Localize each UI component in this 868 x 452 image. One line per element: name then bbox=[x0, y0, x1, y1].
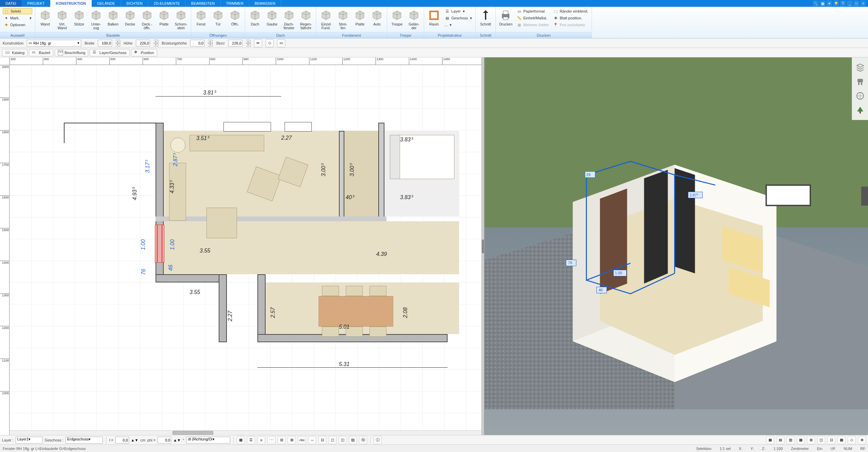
fund-btn-2[interactable]: Platte bbox=[351, 7, 368, 31]
info-icon[interactable]: ⓘ bbox=[374, 436, 382, 444]
bauteil-btn-7[interactable]: Platte bbox=[156, 7, 173, 31]
tree-icon[interactable] bbox=[855, 105, 865, 115]
snap1-icon[interactable]: ▦ bbox=[237, 436, 245, 444]
layer-geschoss-button[interactable]: ☰Layer/Geschoss bbox=[90, 49, 129, 56]
menu-bearbeiten[interactable]: BEARBEITEN bbox=[186, 0, 221, 7]
bauteil-btn-6[interactable]: Deck.- öffn. bbox=[139, 7, 156, 31]
mirror-icon[interactable]: ▭ bbox=[277, 39, 285, 47]
dim-icon[interactable]: ↔ bbox=[308, 436, 316, 444]
v8-icon[interactable]: ▦ bbox=[837, 436, 846, 444]
hoehe-spinner[interactable]: ▲▼ bbox=[153, 40, 158, 47]
layer-dropdown[interactable]: ☰Layer▾ bbox=[444, 8, 473, 14]
letter-icon[interactable]: Ⓝ bbox=[359, 436, 367, 444]
geschoss-combo[interactable]: Erdgeschoss▾ bbox=[66, 437, 103, 444]
papierformat-button[interactable]: ▭Papierformat bbox=[516, 8, 549, 14]
flip-h-icon[interactable]: ⇔ bbox=[254, 39, 262, 47]
view-3d[interactable]: 29 2.87⁵ 76 1.00 46 bbox=[484, 57, 868, 435]
sturz-spinner[interactable]: ▲▼ bbox=[246, 40, 251, 47]
geschoss-dropdown[interactable]: ▤Geschoss▾ bbox=[444, 15, 473, 21]
dach-btn-0[interactable]: Dach bbox=[247, 7, 264, 31]
help-icon[interactable]: ? bbox=[840, 1, 846, 6]
chair-icon[interactable] bbox=[855, 76, 865, 87]
l-input[interactable] bbox=[115, 437, 129, 444]
hoehe-input[interactable] bbox=[136, 40, 150, 47]
canvas-2d[interactable]: 3.81⁵ 3.51⁵ 2.27 3.83⁵ 3.83⁵ 4.93⁵ 3.17⁵… bbox=[10, 65, 482, 435]
side-handle[interactable] bbox=[861, 187, 868, 206]
bauteil-btn-2[interactable]: Stütze bbox=[71, 7, 88, 31]
selekt-button[interactable]: ⬚Selekt bbox=[3, 8, 32, 14]
minimize-icon[interactable]: _ bbox=[847, 1, 852, 6]
cut-icon[interactable]: ◫ bbox=[339, 436, 347, 444]
snap6-icon[interactable]: ⊞ bbox=[288, 436, 296, 444]
menu-trimmen[interactable]: TRIMMEN bbox=[221, 0, 249, 7]
v3-icon[interactable]: ▥ bbox=[786, 436, 795, 444]
dach-btn-3[interactable]: Regen- fallrohr bbox=[297, 7, 314, 31]
v10-icon[interactable]: ⊕ bbox=[858, 436, 866, 444]
optionen-button[interactable]: ✚Optionen bbox=[3, 22, 32, 28]
drucken-button[interactable]: Drucken bbox=[497, 7, 514, 31]
raum-button[interactable]: Raum bbox=[426, 7, 442, 31]
raender-button[interactable]: ⬚Ränder einblend. bbox=[552, 8, 589, 14]
oeff-btn-2[interactable]: Öffn. bbox=[227, 7, 243, 31]
orbit-icon[interactable] bbox=[855, 91, 865, 101]
bauteil-btn-1[interactable]: Virt. Wand bbox=[54, 7, 71, 31]
snap3-icon[interactable]: ≡ bbox=[257, 436, 265, 444]
beschriftung-button[interactable]: TXTBeschriftung bbox=[55, 49, 88, 56]
einheit-button[interactable]: 📏Einheit/Maßst. bbox=[516, 15, 549, 21]
box-icon[interactable]: ▦ bbox=[820, 1, 825, 6]
phi-input[interactable] bbox=[158, 437, 171, 444]
v2-icon[interactable]: ▤ bbox=[776, 436, 784, 444]
bauteil-btn-0[interactable]: Wand bbox=[37, 7, 54, 31]
l-spinner[interactable]: ▲▼ bbox=[131, 438, 139, 442]
treppe-btn-1[interactable]: Gelän- der bbox=[405, 7, 422, 31]
snap4-icon[interactable]: ⋯ bbox=[267, 436, 275, 444]
bauteil-button[interactable]: ▭Bauteil bbox=[29, 49, 53, 56]
mehrere-seiten-button[interactable]: ▦Mehrere Seiten bbox=[516, 22, 549, 28]
menu-projekt[interactable]: PROJEKT bbox=[22, 0, 51, 7]
fund-btn-1[interactable]: Strei- fen bbox=[334, 7, 351, 31]
menu-konstruktion[interactable]: KONSTRUKTION bbox=[50, 0, 92, 7]
fill-icon[interactable]: ▨ bbox=[349, 436, 357, 444]
bauteil-btn-8[interactable]: Schorn- stein bbox=[173, 7, 189, 31]
tip-icon[interactable]: 💡 bbox=[833, 1, 839, 6]
flip-v-icon[interactable]: ◇ bbox=[266, 39, 274, 47]
menu-bemassen[interactable]: BEMASSEN bbox=[249, 0, 281, 7]
abc-icon[interactable]: Abc bbox=[298, 436, 306, 444]
position-button[interactable]: ✥Position bbox=[131, 49, 157, 56]
dach-btn-2[interactable]: Dach- fenster bbox=[281, 7, 297, 31]
element-combo[interactable]: ▭RH 1flg. gr▾ bbox=[27, 40, 81, 47]
bauteil-btn-5[interactable]: Decke bbox=[122, 7, 139, 31]
pos-reset-button[interactable]: 📍Pos zurücksetz. bbox=[552, 22, 589, 28]
oeff-btn-0[interactable]: Fenst bbox=[193, 7, 210, 31]
sturz-input[interactable] bbox=[228, 40, 242, 47]
katalog-button[interactable]: 📖Katalog bbox=[2, 49, 28, 56]
more-dropdown[interactable]: ...▾ bbox=[444, 22, 473, 28]
menu-2d[interactable]: 2D-ELEMENTE bbox=[148, 0, 186, 7]
phi-spinner[interactable]: ▲▼ bbox=[173, 438, 181, 442]
frame-icon[interactable]: ◻ bbox=[328, 436, 337, 444]
snap2-icon[interactable]: ☰ bbox=[247, 436, 255, 444]
markieren-button[interactable]: ✦Mark.▾ bbox=[3, 15, 32, 21]
bruestung-spinner[interactable]: ▲▼ bbox=[208, 40, 213, 47]
v4-icon[interactable]: ▦ bbox=[797, 436, 805, 444]
tool-icon[interactable]: 🔧 bbox=[813, 1, 818, 6]
oeff-btn-1[interactable]: Tür bbox=[210, 7, 227, 31]
layer-combo[interactable]: Layer1▾ bbox=[16, 437, 43, 444]
layers-icon[interactable] bbox=[855, 62, 865, 72]
group-icon[interactable]: ⊡ bbox=[318, 436, 326, 444]
schnitt-button[interactable]: Schnitt bbox=[477, 7, 494, 31]
splitter[interactable] bbox=[482, 57, 484, 435]
snap5-icon[interactable]: ⊟ bbox=[277, 436, 286, 444]
v6-icon[interactable]: ◫ bbox=[817, 436, 825, 444]
menu-gelaende[interactable]: GELÄNDE bbox=[92, 0, 121, 7]
fund-btn-0[interactable]: Einzel Fund. bbox=[318, 7, 334, 31]
v9-icon[interactable]: ◇ bbox=[848, 436, 856, 444]
dl-combo[interactable]: dl (Richtung/Di▾ bbox=[186, 437, 230, 444]
scrollbar-horizontal[interactable] bbox=[10, 430, 482, 435]
plug-icon[interactable]: ✦ bbox=[827, 1, 832, 6]
menu-sichten[interactable]: SICHTEN bbox=[121, 0, 148, 7]
view-2d[interactable]: 2003004005006007008009001000110012001300… bbox=[0, 57, 482, 435]
bauteil-btn-4[interactable]: Balken bbox=[105, 7, 122, 31]
bruestung-input[interactable] bbox=[190, 40, 204, 47]
bauteil-btn-3[interactable]: Unter- zug bbox=[88, 7, 105, 31]
